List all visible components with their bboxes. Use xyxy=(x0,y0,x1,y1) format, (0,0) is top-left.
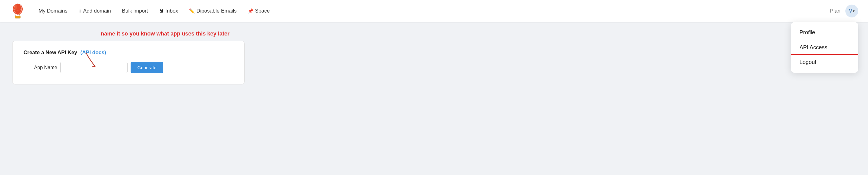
plan-label[interactable]: Plan xyxy=(830,8,840,14)
card-title: Create a New API Key (API docs) xyxy=(24,50,234,56)
generate-button[interactable]: Generate xyxy=(131,62,163,73)
nav-disposable-emails[interactable]: ✏️ Diposable Emails xyxy=(185,5,241,17)
navbar: My Domains + Add domain Bulk import 🖫 In… xyxy=(0,0,868,22)
plus-icon: + xyxy=(78,8,82,14)
pencil-icon: ✏️ xyxy=(189,8,195,14)
inbox-icon: 🖫 xyxy=(159,8,164,14)
dropdown-api-access[interactable]: API Access xyxy=(791,40,858,55)
dropdown-profile[interactable]: Profile xyxy=(791,25,858,40)
svg-line-1 xyxy=(16,14,16,16)
api-key-card: Create a New API Key (API docs) App Name… xyxy=(12,41,245,84)
navbar-nav: My Domains + Add domain Bulk import 🖫 In… xyxy=(34,5,830,17)
svg-line-2 xyxy=(19,14,20,16)
nav-add-domain[interactable]: + Add domain xyxy=(74,5,115,17)
app-name-input[interactable] xyxy=(60,62,128,73)
main-content: name it so you know what app uses this k… xyxy=(0,22,275,93)
app-name-label: App Name xyxy=(24,65,57,70)
svg-point-5 xyxy=(14,5,17,9)
nav-inbox[interactable]: 🖫 Inbox xyxy=(155,5,183,17)
nav-my-domains[interactable]: My Domains xyxy=(34,5,71,17)
hint-text: name it so you know what app uses this k… xyxy=(67,31,263,37)
user-avatar-button[interactable]: V ▾ xyxy=(845,5,858,18)
pushpin-icon: 📌 xyxy=(248,8,253,14)
chevron-down-icon: ▾ xyxy=(853,9,855,13)
api-key-form: App Name Generate xyxy=(24,62,234,73)
nav-bulk-import[interactable]: Bulk import xyxy=(118,5,152,17)
navbar-right: Plan V ▾ xyxy=(830,5,858,18)
logo[interactable] xyxy=(10,3,26,19)
svg-rect-4 xyxy=(15,16,20,18)
dropdown-logout[interactable]: Logout xyxy=(791,55,858,70)
api-docs-link[interactable]: (API docs) xyxy=(81,50,106,55)
nav-space[interactable]: 📌 Space xyxy=(244,5,274,17)
user-dropdown-menu: Profile API Access Logout xyxy=(791,22,858,73)
